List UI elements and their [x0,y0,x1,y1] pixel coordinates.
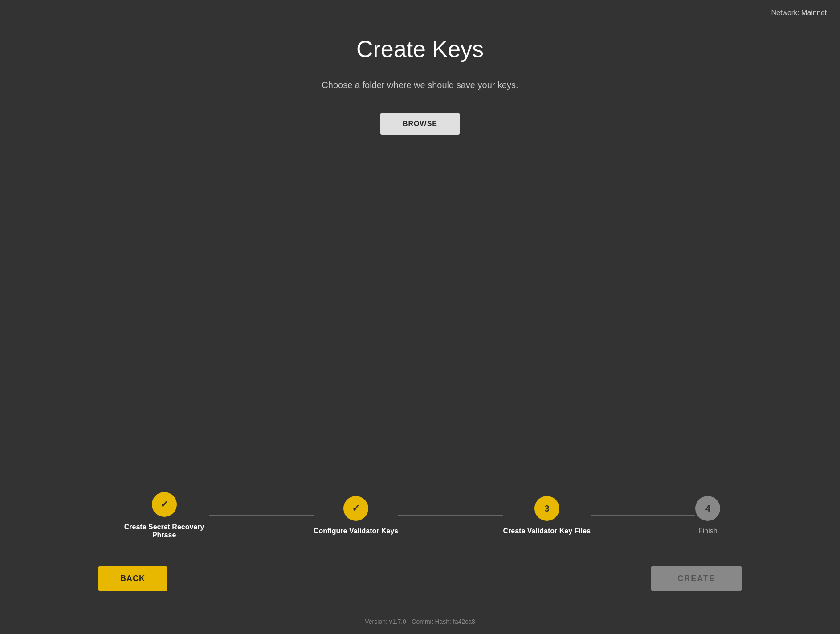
stepper-container: ✓ Create Secret Recovery Phrase ✓ Config… [120,492,721,539]
step-1: ✓ Create Secret Recovery Phrase [120,492,209,539]
step-2: ✓ Configure Validator Keys [314,496,398,535]
main-content: Create Keys Choose a folder where we sho… [0,0,840,492]
back-button[interactable]: BACK [98,566,167,591]
step-4-label: Finish [698,527,718,535]
create-button[interactable]: CREATE [651,566,742,591]
step-2-label: Configure Validator Keys [314,527,398,535]
connector-3-4 [591,515,695,516]
step-2-check: ✓ [352,503,360,514]
step-2-circle: ✓ [343,496,368,521]
nav-buttons: BACK CREATE [0,557,840,609]
step-3: 3 Create Validator Key Files [503,496,591,535]
network-label: Network: Mainnet [771,9,827,17]
step-4-number: 4 [705,504,710,514]
step-4-circle: 4 [695,496,720,521]
step-3-label: Create Validator Key Files [503,527,591,535]
step-3-circle: 3 [534,496,559,521]
stepper-section: ✓ Create Secret Recovery Phrase ✓ Config… [0,492,840,557]
footer-version: Version: v1.7.0 - Commit Hash: fa42ca8 [0,609,840,634]
page-title: Create Keys [356,36,484,62]
page-subtitle: Choose a folder where we should save you… [322,80,518,90]
step-4: 4 Finish [695,496,720,535]
step-1-label: Create Secret Recovery Phrase [120,523,209,539]
step-3-number: 3 [544,504,549,514]
connector-1-2 [209,515,314,516]
step-1-circle: ✓ [152,492,177,517]
step-1-check: ✓ [160,499,168,510]
browse-button[interactable]: BROWSE [380,113,460,135]
connector-2-3 [398,515,503,516]
